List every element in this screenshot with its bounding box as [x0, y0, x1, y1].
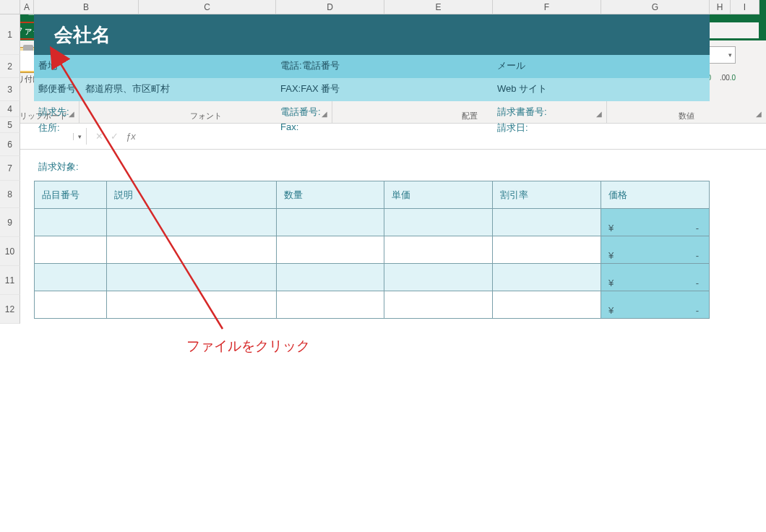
cell-text: 番地: [38, 59, 57, 72]
row-header[interactable]: 5: [0, 117, 20, 133]
column-header[interactable]: B: [34, 0, 139, 14]
column-header[interactable]: E: [384, 0, 493, 14]
table-row[interactable]: ¥-: [35, 209, 710, 236]
cell-text: FAX:FAX 番号: [280, 82, 340, 95]
row-header[interactable]: 12: [0, 295, 20, 324]
table-row[interactable]: ¥-: [35, 264, 710, 291]
column-header[interactable]: A: [20, 0, 34, 14]
row-header[interactable]: 10: [0, 237, 20, 266]
decrease-decimal-icon[interactable]: .00.0: [719, 69, 736, 85]
chevron-down-icon[interactable]: ▾: [73, 133, 82, 140]
cell-text: 請求書番号:: [497, 106, 547, 119]
row-header[interactable]: 2: [0, 55, 20, 78]
row-header[interactable]: 3: [0, 78, 20, 101]
column-header[interactable]: C: [139, 0, 276, 14]
spreadsheet-grid[interactable]: ABCDEFGHI123456789101112会社名番地電話:電話番号メール郵…: [0, 150, 766, 532]
invoice-table: 品目番号説明数量単価割引率価格¥-¥-¥-¥-: [34, 181, 710, 319]
enter-icon[interactable]: ✓: [111, 131, 119, 142]
launcher-icon[interactable]: ◢: [69, 110, 74, 118]
launcher-icon[interactable]: ◢: [596, 110, 602, 118]
column-header[interactable]: G: [601, 0, 710, 14]
table-row[interactable]: ¥-: [35, 291, 710, 319]
cell-text: メール: [497, 59, 525, 72]
cell-text: 電話番号:: [280, 106, 321, 119]
launcher-icon[interactable]: ◢: [322, 110, 327, 118]
annotation-text: ファイルをクリック: [186, 337, 310, 356]
cell-text: 請求対象:: [38, 160, 79, 173]
row-header[interactable]: 8: [0, 181, 20, 208]
launcher-icon[interactable]: ◢: [756, 110, 762, 118]
fx-icon[interactable]: ƒx: [126, 131, 136, 142]
column-header[interactable]: F: [493, 0, 601, 14]
column-header[interactable]: D: [276, 0, 384, 14]
column-header[interactable]: I: [731, 0, 759, 14]
formula-bar: J3 ▾ ✕ ✓ ƒx: [0, 124, 766, 150]
cell-text: 請求日:: [497, 121, 528, 134]
cell-text: 郵便番号、都道府県、市区町村: [38, 82, 170, 95]
row-header[interactable]: 6: [0, 133, 20, 156]
column-header[interactable]: H: [710, 0, 731, 14]
company-name-banner: 会社名: [34, 14, 710, 55]
cell-text: 電話:電話番号: [280, 59, 340, 72]
cell-text: Web サイト: [497, 82, 547, 95]
select-all-corner[interactable]: [0, 0, 20, 14]
row-header[interactable]: 11: [0, 266, 20, 295]
row-header[interactable]: 9: [0, 208, 20, 237]
row-header[interactable]: 4: [0, 101, 20, 117]
row-header[interactable]: 7: [0, 156, 20, 181]
table-header-row: 品目番号説明数量単価割引率価格: [35, 181, 710, 209]
cell-text: 住所:: [38, 121, 60, 134]
cell-text: 請求先:: [38, 106, 69, 119]
cancel-icon[interactable]: ✕: [95, 131, 103, 142]
cell-text: Fax:: [280, 121, 298, 132]
row-header[interactable]: 1: [0, 14, 20, 55]
table-row[interactable]: ¥-: [35, 236, 710, 264]
